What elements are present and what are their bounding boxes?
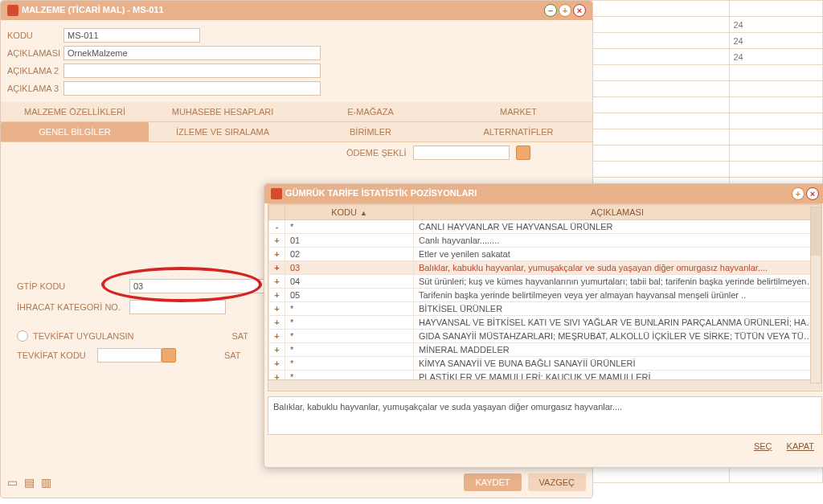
expand-icon[interactable]: + <box>269 234 285 248</box>
bg-cell: 24 <box>730 49 823 65</box>
popup-detail: Balıklar, kabuklu hayvanlar, yumuşakçala… <box>268 396 822 435</box>
label-tevkifat-uygulansin: TEVKİFAT UYGULANSIN <box>33 331 134 341</box>
vertical-scrollbar[interactable] <box>810 207 821 383</box>
expand-icon[interactable]: + <box>269 357 285 371</box>
col-expand <box>269 205 285 220</box>
popup-close-icon[interactable]: × <box>806 187 819 200</box>
bg-cell <box>730 145 823 162</box>
close-button[interactable]: KAPAT <box>784 440 817 453</box>
bg-cell <box>591 81 730 97</box>
bg-cell <box>730 113 823 129</box>
cell-aciklama: Balıklar, kabuklu hayvanlar, yumuşakçala… <box>414 261 821 275</box>
horizontal-scrollbar[interactable] <box>268 380 822 391</box>
cell-kodu: 04 <box>285 275 414 289</box>
expand-icon[interactable]: + <box>269 371 285 381</box>
col-aciklamasi[interactable]: AÇIKLAMASI <box>414 205 821 220</box>
tab-genel-bilgiler[interactable]: GENEL BİLGİLER <box>1 122 149 142</box>
save-button[interactable]: KAYDET <box>464 473 521 491</box>
cancel-button[interactable]: VAZGEÇ <box>528 473 586 491</box>
cell-aciklama: BİTKİSEL ÜRÜNLER <box>414 302 821 316</box>
table-row[interactable]: +*PLASTİKLER VE MAMULLERİ; KAUÇUK VE MAM… <box>269 371 821 381</box>
tab-izleme-siralama[interactable]: İZLEME VE SIRALAMA <box>149 122 297 142</box>
header-fields: KODU AÇIKLAMASI AÇIKLAMA 2 AÇIKLAMA 3 <box>1 20 592 102</box>
book-icon[interactable]: ▭ <box>7 476 18 489</box>
table-row[interactable]: +02Etler ve yenilen sakatat <box>269 248 821 261</box>
bg-cell <box>591 17 730 33</box>
cell-aciklama: MİNERAL MADDELER <box>414 343 821 357</box>
expand-icon[interactable]: + <box>269 330 285 343</box>
bg-cell <box>591 129 730 145</box>
table-row[interactable]: -*CANLI HAYVANLAR VE HAYVANSAL ÜRÜNLER <box>269 220 821 234</box>
close-icon[interactable]: × <box>573 4 586 17</box>
expand-icon[interactable]: + <box>269 343 285 357</box>
tab-birimler[interactable]: BİRİMLER <box>297 122 444 142</box>
select-button[interactable]: SEÇ <box>751 440 776 453</box>
window-title: MALZEME (TİCARİ MAL) - MS-011 <box>22 5 164 14</box>
checkbox-tevkifat[interactable] <box>17 330 28 342</box>
bg-cell <box>591 145 730 162</box>
scrollbar-thumb[interactable] <box>811 207 821 256</box>
tab-muhasebe-hesaplari[interactable]: MUHASEBE HESAPLARI <box>149 102 297 122</box>
expand-icon[interactable]: + <box>269 316 285 330</box>
input-odeme-sekli[interactable] <box>413 145 510 160</box>
maximize-icon[interactable]: + <box>559 4 571 17</box>
expand-icon[interactable]: + <box>269 302 285 316</box>
cell-kodu: * <box>285 357 414 371</box>
cell-aciklama: CANLI HAYVANLAR VE HAYVANSAL ÜRÜNLER <box>414 220 821 234</box>
note-icon[interactable]: ▤ <box>24 476 35 489</box>
input-aciklama3[interactable] <box>63 81 321 96</box>
expand-icon[interactable]: + <box>269 289 285 302</box>
popup-add-icon[interactable]: + <box>792 187 805 200</box>
table-row[interactable]: +05Tarifenin başka yerinde belirtilmeyen… <box>269 289 821 302</box>
bg-cell <box>591 113 730 129</box>
bg-cell <box>591 33 730 49</box>
bg-cell <box>591 97 730 113</box>
expand-icon[interactable]: + <box>269 275 285 289</box>
gtip-popup: GÜMRÜK TARİFE İSTATİSTİK POZİSYONLARI + … <box>264 183 823 468</box>
popup-titlebar: GÜMRÜK TARİFE İSTATİSTİK POZİSYONLARI + … <box>264 184 823 203</box>
input-gtip-kodu[interactable] <box>129 279 266 293</box>
label-odeme-sekli: ÖDEME ŞEKLİ <box>346 148 407 158</box>
cell-kodu: 01 <box>285 234 414 248</box>
tab-malzeme-ozellikleri[interactable]: MALZEME ÖZELLİKLERİ <box>1 102 149 122</box>
tab-market[interactable]: MARKET <box>444 102 592 122</box>
bg-cell <box>730 97 823 113</box>
bg-cell <box>591 49 730 65</box>
input-kodu[interactable] <box>63 28 200 43</box>
lookup-odeme-button[interactable] <box>516 145 530 160</box>
label-sat1: SAT <box>232 331 249 341</box>
cell-kodu: * <box>285 371 414 381</box>
input-ihracat-kategori[interactable] <box>129 300 226 314</box>
input-tevkifat-kodu[interactable] <box>97 348 162 363</box>
tab-e-magaza[interactable]: E-MAĞAZA <box>297 102 444 122</box>
minimize-icon[interactable]: – <box>544 4 557 17</box>
expand-icon[interactable]: + <box>269 248 285 261</box>
label-kodu: KODU <box>7 31 63 40</box>
table-row[interactable]: +*HAYVANSAL VE BİTKİSEL KATI VE SIVI YAĞ… <box>269 316 821 330</box>
table-row[interactable]: +*MİNERAL MADDELER <box>269 343 821 357</box>
label-ihracat-kategori: İHRACAT KATEGORİ NO. <box>17 302 129 312</box>
lookup-tevkifat-button[interactable] <box>162 348 176 363</box>
col-kodu[interactable]: KODU▲ <box>285 205 414 220</box>
tab-alternatifler[interactable]: ALTERNATİFLER <box>444 122 592 142</box>
table-row[interactable]: +01Canlı hayvanlar........ <box>269 234 821 248</box>
input-aciklama2[interactable] <box>63 64 321 78</box>
table-row[interactable]: +04Süt ürünleri; kuş ve kümes hayvanları… <box>269 275 821 289</box>
input-aciklamasi[interactable] <box>63 46 321 60</box>
bg-cell <box>730 65 823 81</box>
expand-icon[interactable]: + <box>269 261 285 275</box>
bg-cell <box>730 162 823 178</box>
table-row[interactable]: +03Balıklar, kabuklu hayvanlar, yumuşakç… <box>269 261 821 275</box>
cell-aciklama: Süt ürünleri; kuş ve kümes hayvanlarının… <box>414 275 821 289</box>
tabs-row2: GENEL BİLGİLER İZLEME VE SIRALAMA BİRİML… <box>1 122 592 142</box>
table-row[interactable]: +*GIDA SANAYİİ MÜSTAHZARLARI; MEŞRUBAT, … <box>269 330 821 343</box>
cell-aciklama: PLASTİKLER VE MAMULLERİ; KAUÇUK VE MAMUL… <box>414 371 821 381</box>
cell-aciklama: Etler ve yenilen sakatat <box>414 248 821 261</box>
table-row[interactable]: +*KİMYA SANAYİİ VE BUNA BAĞLI SANAYİİ ÜR… <box>269 357 821 371</box>
cell-kodu: * <box>285 302 414 316</box>
cell-kodu: * <box>285 330 414 343</box>
table-row[interactable]: +*BİTKİSEL ÜRÜNLER <box>269 302 821 316</box>
expand-icon[interactable]: - <box>269 220 285 234</box>
list-icon[interactable]: ▥ <box>41 476 51 489</box>
cell-kodu: 05 <box>285 289 414 302</box>
